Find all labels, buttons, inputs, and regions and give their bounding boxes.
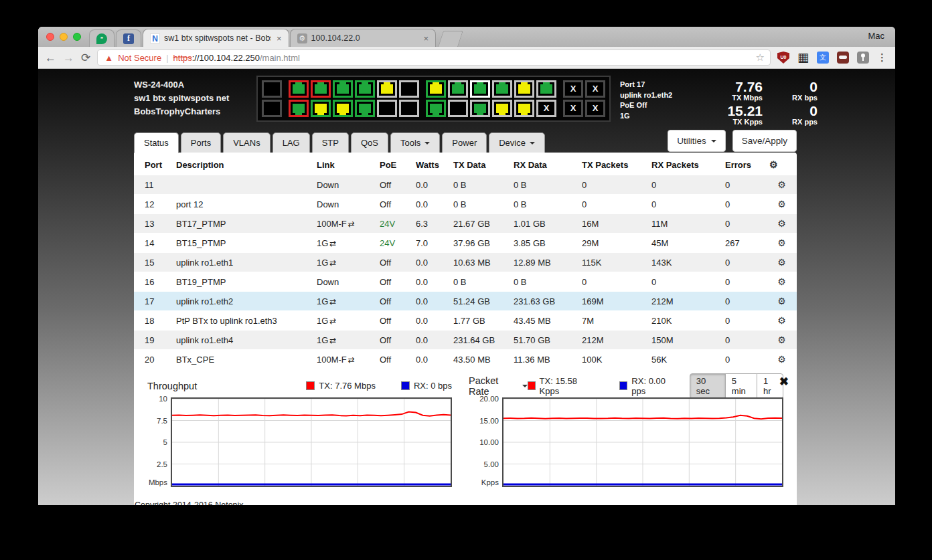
nav-actions: Utilities Save/Apply [668, 130, 797, 152]
port-23[interactable] [536, 80, 556, 98]
pinned-tab-facebook[interactable]: f [116, 29, 141, 47]
port-8[interactable] [355, 100, 375, 117]
reload-icon[interactable]: ⟳ [81, 52, 90, 64]
ublock-extension-icon[interactable]: U0 [777, 52, 789, 64]
chart-title[interactable]: Packet Rate [469, 375, 528, 397]
row-settings-gear-icon[interactable]: ⚙ [777, 179, 786, 190]
pinned-tab-hangouts[interactable]: ” [89, 29, 114, 47]
column-settings-gear-icon[interactable]: ⚙ [769, 155, 797, 175]
port-7[interactable] [355, 80, 375, 98]
browser-tab-netonix[interactable]: N sw1 btx spitwspots net - Bobs × [143, 29, 289, 47]
port-1[interactable] [289, 80, 309, 98]
table-row-port-19[interactable]: 19uplink ro1.eth41G⇄Off0.0231.64 GB51.70… [134, 331, 797, 350]
forward-icon[interactable]: → [63, 52, 74, 64]
cell-port: 18 [134, 311, 169, 331]
new-tab-button[interactable] [438, 31, 463, 47]
row-settings-gear-icon[interactable]: ⚙ [777, 315, 786, 326]
tab-lag[interactable]: LAG [273, 132, 310, 153]
status-panel: PortDescriptionLinkPoEWattsTX DataRX Dat… [134, 153, 797, 505]
tab-stp[interactable]: STP [312, 132, 349, 153]
port-5[interactable] [333, 80, 353, 98]
close-tab-icon[interactable]: × [275, 33, 283, 43]
table-row-port-13[interactable]: 13BT17_PTMP100M-F⇄24V6.321.67 GB1.01 GB1… [134, 214, 797, 234]
row-settings-gear-icon[interactable]: ⚙ [777, 296, 786, 306]
port-2[interactable] [289, 100, 309, 117]
tab-status[interactable]: Status [134, 132, 179, 153]
port-sfp-1[interactable]: X [563, 80, 583, 98]
chevron-down-icon [711, 140, 716, 143]
port-24[interactable]: X [536, 100, 556, 117]
table-row-port-12[interactable]: 12port 12DownOff0.00 B0 B000⚙ [134, 195, 797, 214]
device-model: WS-24-400A [134, 78, 256, 92]
close-tab-icon[interactable]: × [422, 33, 431, 43]
port-16[interactable] [448, 100, 468, 117]
row-settings-gear-icon[interactable]: ⚙ [777, 257, 786, 268]
tab-power[interactable]: Power [442, 132, 487, 153]
tab-device[interactable]: Device [489, 132, 545, 153]
browser-tab-subnet[interactable]: ⚙ 100.104.22.0 × [290, 29, 437, 47]
mask-extension-icon[interactable] [837, 52, 849, 64]
cell-description: port 12 [169, 195, 310, 214]
table-row-port-17[interactable]: 17uplink ro1.eth21G⇄Off0.051.24 GB231.63… [134, 292, 797, 311]
cell-poe: Off [373, 175, 409, 195]
browser-tab-strip: ” f N sw1 btx spitwspots net - Bobs × ⚙ … [38, 27, 895, 47]
port-11[interactable] [399, 80, 419, 98]
port-17-selected[interactable] [470, 80, 490, 98]
disabled-x-icon: X [538, 103, 554, 113]
table-row-port-18[interactable]: 18PtP BTx to uplink ro1.eth31G⇄Off0.01.7… [134, 311, 797, 331]
close-charts-icon[interactable]: ✖ [779, 375, 789, 389]
minimize-window-button[interactable] [60, 33, 68, 41]
port-14[interactable] [426, 100, 446, 117]
port-4[interactable] [311, 100, 331, 117]
cell-link: 1G⇄ [310, 292, 373, 311]
range-button-5-min[interactable]: 5 min [725, 373, 757, 399]
port-22[interactable] [514, 100, 534, 117]
table-row-port-20[interactable]: 20BTx_CPE100M-F⇄Off0.043.50 MB11.36 MB10… [134, 350, 797, 369]
row-settings-gear-icon[interactable]: ⚙ [777, 218, 786, 229]
utilities-button[interactable]: Utilities [668, 130, 726, 152]
security-warning-icon[interactable]: ▲ [104, 53, 113, 63]
port-19[interactable] [492, 80, 512, 98]
column-header-link: Link [310, 155, 373, 175]
table-row-port-14[interactable]: 14BT15_PTMP1G⇄24V7.037.96 GB3.85 GB29M45… [134, 234, 797, 253]
port-9[interactable] [377, 80, 397, 98]
tab-tools[interactable]: Tools [390, 132, 440, 153]
zoom-window-button[interactable] [73, 33, 81, 41]
row-settings-gear-icon[interactable]: ⚙ [777, 238, 786, 248]
translate-extension-icon[interactable]: 文 [817, 52, 829, 64]
port-15[interactable] [448, 80, 468, 98]
tab-vlans[interactable]: VLANs [223, 132, 270, 153]
tab-ports[interactable]: Ports [181, 132, 221, 153]
address-bar[interactable]: ▲ Not Secure | https://100.104.22.250/ma… [97, 50, 771, 66]
chrome-menu-icon[interactable]: ⋮ [877, 52, 887, 64]
key-extension-icon[interactable] [857, 52, 869, 64]
table-row-port-11[interactable]: 11DownOff0.00 B0 B000⚙ [134, 175, 797, 195]
row-settings-gear-icon[interactable]: ⚙ [777, 276, 786, 287]
port-21[interactable] [514, 80, 534, 98]
range-button-30-sec[interactable]: 30 sec [690, 373, 726, 399]
tab-qos[interactable]: QoS [351, 132, 388, 153]
save-apply-button[interactable]: Save/Apply [732, 130, 797, 152]
back-icon[interactable]: ← [45, 52, 56, 64]
port-3[interactable] [311, 80, 331, 98]
row-settings-gear-icon[interactable]: ⚙ [777, 354, 786, 365]
port-18[interactable] [470, 100, 490, 117]
port-sfp-2[interactable]: X [563, 100, 583, 117]
table-row-port-15[interactable]: 15uplink ro1.eth11G⇄Off0.010.63 MB12.89 … [134, 253, 797, 272]
close-window-button[interactable] [46, 33, 54, 41]
port-6[interactable] [333, 100, 353, 117]
row-settings-gear-icon[interactable]: ⚙ [777, 335, 786, 345]
table-row-port-16[interactable]: 16BT19_PTMPDownOff0.00 B0 B000⚙ [134, 272, 797, 292]
port-20[interactable] [492, 100, 512, 117]
row-settings-gear-icon[interactable]: ⚙ [777, 199, 786, 209]
port-10[interactable] [377, 100, 397, 117]
bookmark-star-icon[interactable]: ☆ [756, 52, 765, 64]
port-13[interactable] [426, 80, 446, 98]
url-text: https://100.104.22.250/main.html [173, 53, 300, 63]
aux-block [262, 80, 282, 117]
port-sfp-4[interactable]: X [585, 100, 605, 117]
port-12[interactable] [399, 100, 419, 117]
grid-extension-icon[interactable]: ▦ [797, 52, 809, 64]
port-sfp-3[interactable]: X [585, 80, 605, 98]
selected-port-stats: Port 17 uplink ro1.eth2 PoE Off 1G 7.76 … [611, 76, 895, 125]
